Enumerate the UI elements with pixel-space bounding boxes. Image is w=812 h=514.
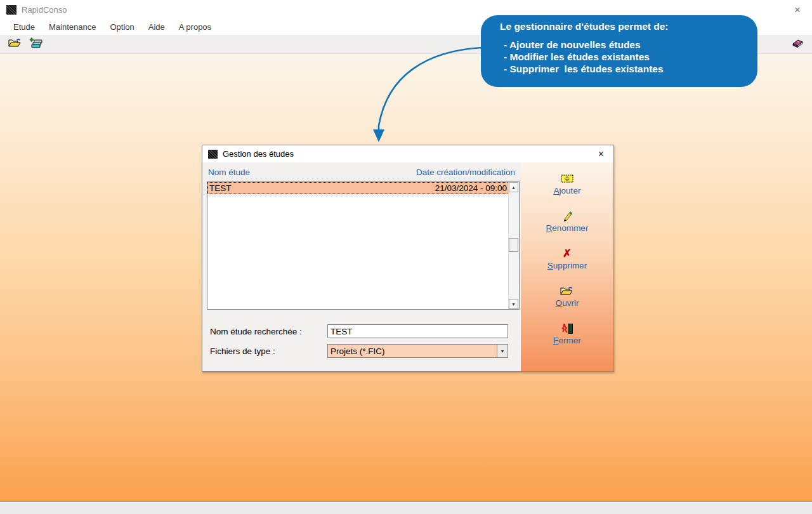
- supprimer-button[interactable]: ✗ Supprimer: [547, 247, 587, 270]
- ajouter-label: Ajouter: [554, 186, 581, 195]
- help-book-icon: ?: [791, 38, 804, 51]
- callout-title: Le gestionnaire d'études permet de:: [500, 21, 751, 32]
- fermer-button[interactable]: Fermer: [553, 322, 581, 345]
- app-icon: [6, 5, 16, 15]
- ajouter-button[interactable]: Ajouter: [554, 173, 581, 195]
- menu-etude[interactable]: Etude: [6, 20, 42, 34]
- scrollbar-thumb[interactable]: [509, 238, 518, 252]
- open-study-button[interactable]: [6, 37, 23, 52]
- renommer-button[interactable]: Renommer: [546, 210, 589, 233]
- rapidconso-window: RapidConso × Etude Maintenance Option Ai…: [0, 0, 812, 514]
- annotation-callout: Le gestionnaire d'études permet de: - Aj…: [481, 15, 757, 87]
- study-date: 21/03/2024 - 09:00: [435, 183, 507, 193]
- dialog-close-icon[interactable]: ×: [594, 148, 608, 160]
- callout-item: - Supprimer les études existantes: [500, 63, 751, 75]
- filetype-label: Fichiers de type :: [210, 346, 275, 356]
- annotation-arrow: [352, 38, 504, 149]
- scroll-down-icon[interactable]: ▼: [509, 299, 518, 309]
- column-header-date: Date création/modification: [416, 168, 515, 177]
- dialog-button-panel: Ajouter Renommer ✗ Supprimer: [521, 162, 613, 371]
- search-input[interactable]: [327, 324, 508, 338]
- studies-list[interactable]: TEST 21/03/2024 - 09:00 ▲ ▼: [207, 181, 520, 310]
- list-column-headers: Nom étude Date création/modification: [208, 168, 515, 177]
- menu-a-propos[interactable]: A propos: [172, 20, 218, 34]
- chevron-down-icon[interactable]: ▼: [497, 345, 508, 357]
- menu-option[interactable]: Option: [103, 20, 141, 34]
- dialog-icon: [208, 150, 218, 159]
- exit-icon: [561, 322, 573, 334]
- window-close-icon[interactable]: ×: [789, 3, 806, 16]
- open-folder-icon: [560, 285, 573, 297]
- callout-item: - Modifier les études existantes: [500, 51, 751, 63]
- dialog-body: Nom étude Date création/modification TES…: [202, 162, 613, 371]
- window-title: RapidConso: [22, 5, 67, 15]
- open-study-icon: [8, 37, 22, 51]
- fermer-label: Fermer: [553, 336, 581, 345]
- menu-aide[interactable]: Aide: [141, 20, 172, 34]
- gestion-des-etudes-dialog: Gestion des études × Nom étude Date créa…: [202, 145, 614, 372]
- scroll-up-icon[interactable]: ▲: [509, 182, 518, 192]
- study-name: TEST: [209, 183, 232, 193]
- list-item-selected[interactable]: TEST 21/03/2024 - 09:00: [207, 182, 509, 194]
- add-study-icon: [561, 173, 573, 185]
- svg-text:?: ?: [797, 40, 799, 44]
- callout-item: - Ajouter de nouvelles études: [500, 39, 751, 51]
- filetype-value: Projets (*.FIC): [328, 346, 497, 356]
- column-header-name: Nom étude: [208, 168, 250, 177]
- menu-maintenance[interactable]: Maintenance: [42, 20, 103, 34]
- dialog-title-bar[interactable]: Gestion des études ×: [202, 145, 613, 162]
- vertical-scrollbar[interactable]: ▲ ▼: [508, 182, 519, 309]
- filetype-select[interactable]: Projets (*.FIC) ▼: [327, 344, 508, 358]
- ouvrir-button[interactable]: Ouvrir: [556, 285, 579, 308]
- ouvrir-label: Ouvrir: [556, 298, 579, 308]
- search-label: Nom étude recherchée :: [210, 327, 302, 336]
- supprimer-label: Supprimer: [547, 261, 587, 270]
- new-study-button[interactable]: [28, 37, 44, 52]
- rename-icon: [561, 210, 573, 222]
- new-study-icon: [29, 37, 43, 51]
- dialog-left-panel: Nom étude Date création/modification TES…: [202, 162, 521, 371]
- status-bar: [0, 501, 812, 514]
- renommer-label: Renommer: [546, 223, 589, 233]
- dialog-title: Gestion des études: [223, 149, 294, 159]
- delete-icon: ✗: [563, 247, 572, 260]
- help-button[interactable]: ?: [789, 37, 806, 52]
